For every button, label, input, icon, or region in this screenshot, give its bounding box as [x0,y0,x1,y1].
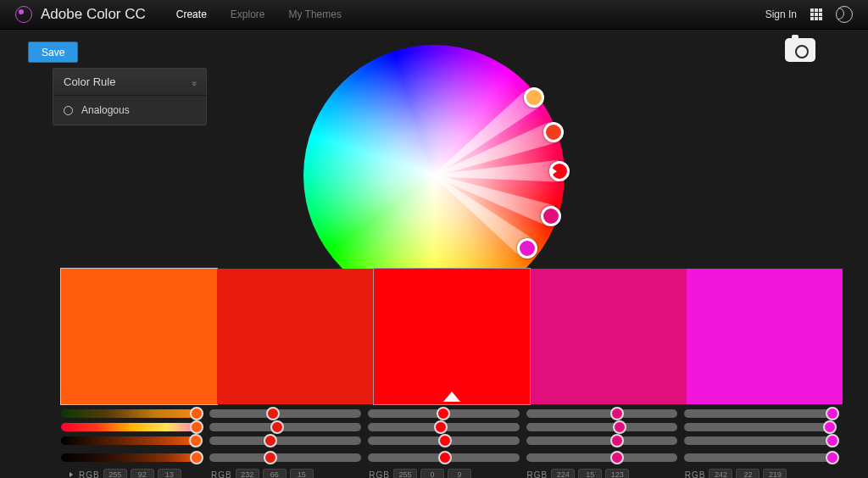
rgb-label: RGB [685,470,706,479]
slider-handle[interactable] [189,434,203,447]
rgb-value[interactable]: 0 [420,469,444,478]
rule-radio-icon [64,106,73,115]
rgb-value[interactable]: 92 [131,469,154,478]
nav-explore[interactable]: Explore [231,8,265,20]
apps-grid-icon[interactable] [810,8,822,20]
mode-arrow-icon[interactable] [70,472,73,477]
slider-handle[interactable] [610,407,624,420]
rgb-value[interactable]: 232 [236,469,259,478]
slider-handle[interactable] [438,434,452,447]
slider-handle[interactable] [610,434,624,447]
slider-block [61,409,843,467]
rgb-value[interactable]: 15 [290,469,314,478]
slider-handle[interactable] [613,420,626,434]
swatch[interactable] [61,269,217,404]
wheel-marker[interactable] [524,87,544,108]
slider-track[interactable] [684,409,836,418]
slider-handle[interactable] [266,407,280,420]
rgb-label: RGB [527,470,548,479]
slider-track[interactable] [684,423,836,431]
nav-create[interactable]: Create [176,8,207,20]
slider-track[interactable] [526,423,678,431]
camera-icon[interactable] [785,38,815,62]
swatch[interactable] [687,269,843,404]
color-wheel[interactable] [303,45,565,306]
slider-handle[interactable] [826,407,839,420]
wheel-marker[interactable] [517,238,537,258]
color-rule-title: Color Rule [64,75,115,88]
rgb-value[interactable]: 123 [605,469,629,478]
slider-track[interactable] [526,453,678,462]
chevron-down-icon: » [189,81,199,83]
rgb-value[interactable]: 22 [736,469,760,478]
slider-handle[interactable] [823,420,837,434]
signin-link[interactable]: Sign In [765,8,797,20]
slider-handle[interactable] [826,451,839,464]
color-rule-header[interactable]: Color Rule » [53,69,206,96]
creative-cloud-icon[interactable] [836,6,853,23]
base-color-arrow-icon [551,167,557,175]
rgb-value[interactable]: 255 [103,469,127,478]
rgb-cell: RGB24222219 [685,469,843,478]
rgb-value[interactable]: 66 [263,469,287,478]
rgb-cell: RGB25509 [369,469,526,478]
slider-track[interactable] [368,453,520,462]
slider-handle[interactable] [190,407,203,420]
rgb-readout-row: RGB2559213RGB2326615RGB25509RGB22415123R… [61,469,843,478]
slider-column [209,409,368,467]
slider-track[interactable] [61,409,203,418]
slider-handle[interactable] [270,420,284,434]
swatch[interactable] [374,269,530,404]
slider-handle[interactable] [434,420,448,434]
slider-track[interactable] [368,436,520,445]
nav-mythemes[interactable]: My Themes [289,8,342,20]
slider-track[interactable] [368,409,520,418]
slider-track[interactable] [526,409,678,418]
slider-track[interactable] [209,409,361,418]
slider-track[interactable] [526,436,678,445]
wheel-marker[interactable] [541,206,561,226]
slider-track[interactable] [368,423,520,431]
rgb-value[interactable]: 219 [763,469,787,478]
swatch[interactable] [530,269,686,404]
slider-column [684,409,843,467]
base-swatch-indicator-icon [443,392,460,402]
top-bar: Adobe Color CC Create Explore My Themes … [0,0,868,30]
brand-icon [15,6,32,23]
slider-column [526,409,685,467]
rgb-value[interactable]: 242 [709,469,732,478]
swatch[interactable] [217,269,373,404]
slider-handle[interactable] [437,407,450,420]
slider-column [61,409,209,467]
rgb-value[interactable]: 9 [448,469,471,478]
rgb-label: RGB [369,470,390,479]
slider-handle[interactable] [610,451,624,464]
slider-track[interactable] [61,436,203,445]
slider-handle[interactable] [438,451,452,464]
wheel-marker[interactable] [543,122,564,142]
rgb-cell: RGB2559213 [61,469,211,478]
slider-handle[interactable] [190,451,203,464]
slider-track[interactable] [209,436,361,445]
slider-track[interactable] [209,453,361,462]
rgb-label: RGB [211,470,232,479]
rgb-label: RGB [79,470,100,479]
slider-track[interactable] [684,453,836,462]
slider-column [368,409,526,467]
slider-handle[interactable] [190,420,203,434]
rgb-value[interactable]: 224 [551,469,575,478]
color-rule-panel: Color Rule » Analogous [53,68,207,125]
slider-handle[interactable] [826,434,839,447]
rgb-value[interactable]: 13 [158,469,181,478]
slider-track[interactable] [684,436,836,445]
slider-handle[interactable] [264,451,277,464]
slider-track[interactable] [61,453,203,462]
slider-track[interactable] [209,423,361,431]
save-button[interactable]: Save [28,42,78,63]
rule-label: Analogous [81,104,130,116]
rgb-value[interactable]: 15 [578,469,602,478]
rgb-value[interactable]: 255 [393,469,417,478]
slider-track[interactable] [61,423,203,431]
color-rule-option[interactable]: Analogous [53,96,206,125]
slider-handle[interactable] [264,434,277,447]
